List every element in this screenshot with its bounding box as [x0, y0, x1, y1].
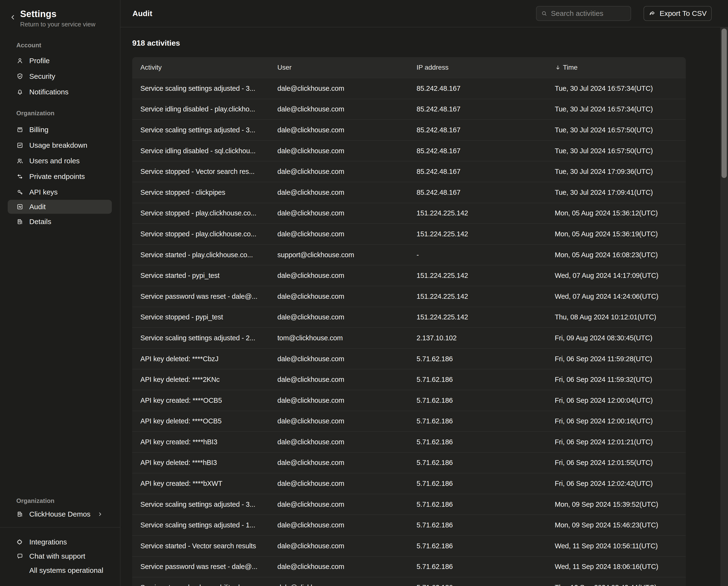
back-button[interactable]: [9, 14, 16, 21]
cell-user: dale@clickhouse.com: [270, 542, 409, 550]
column-header-ip[interactable]: IP address: [409, 64, 548, 71]
sidebar-item-private-endpoints[interactable]: Private endpoints: [0, 169, 120, 184]
cell-ip: 151.224.225.142: [409, 209, 548, 217]
cell-activity: API key created: ****OCB5: [132, 396, 270, 405]
column-header-activity[interactable]: Activity: [132, 64, 270, 71]
organization-switcher[interactable]: ClickHouse Demos: [0, 508, 120, 521]
table-row: Service started - Vector search results …: [132, 535, 686, 556]
export-csv-button[interactable]: Export To CSV: [644, 6, 712, 21]
chevron-left-icon: [9, 14, 16, 21]
integrations-link[interactable]: Integrations: [0, 535, 120, 549]
table-row: Service scaling settings adjusted - 1...…: [132, 514, 686, 535]
users-icon: [16, 157, 24, 165]
table-header-row: Activity User IP address Time: [132, 57, 686, 78]
table-row: Service password was reset - dale@... da…: [132, 556, 686, 577]
cell-activity: Service idling disabled - sql.clickhou..…: [132, 147, 270, 155]
table-row: Service idling disabled - play.clickho..…: [132, 99, 686, 120]
column-header-time[interactable]: Time: [548, 64, 686, 71]
cell-time: Tue, 30 Jul 2024 16:57:50(UTC): [548, 126, 686, 134]
cell-user: dale@clickhouse.com: [270, 147, 409, 155]
sidebar-header: Settings Return to your service view: [0, 0, 120, 28]
audit-table: Activity User IP address Time: [132, 57, 686, 586]
cell-time: Tue, 30 Jul 2024 16:57:34(UTC): [548, 84, 686, 93]
cell-time: Fri, 09 Aug 2024 08:30:45(UTC): [548, 334, 686, 342]
cell-time: Thu, 08 Aug 2024 10:12:01(UTC): [548, 313, 686, 321]
return-to-service-link[interactable]: Return to your service view: [20, 21, 96, 28]
scrollbar-track[interactable]: [720, 27, 728, 586]
cell-activity: API key deleted: ****hBI3: [132, 459, 270, 467]
cell-ip: 5.71.62.186: [409, 438, 548, 446]
building-icon: [16, 218, 24, 225]
cell-time: Mon, 05 Aug 2024 16:08:23(UTC): [548, 251, 686, 259]
cell-user: dale@clickhouse.com: [270, 500, 409, 508]
cell-user: dale@clickhouse.com: [270, 84, 409, 93]
cell-time: Fri, 06 Sep 2024 12:00:16(UTC): [548, 417, 686, 425]
cell-user: dale@clickhouse.com: [270, 313, 409, 321]
chat-with-support-link[interactable]: Chat with support: [0, 549, 120, 563]
sidebar-item-audit[interactable]: Audit: [8, 200, 112, 214]
table-row: Service started - pypi_test dale@clickho…: [132, 265, 686, 286]
search-input[interactable]: [551, 9, 626, 18]
table-row: Service scaling settings adjusted - 3...…: [132, 78, 686, 99]
sidebar-item-label: Details: [29, 218, 51, 226]
column-header-user[interactable]: User: [270, 64, 409, 71]
table-row: Service stopped - observability-demo dal…: [132, 577, 686, 586]
cell-ip: 5.71.62.186: [409, 542, 548, 550]
sidebar-item-users-and-roles[interactable]: Users and roles: [0, 153, 120, 169]
cell-time: Fri, 06 Sep 2024 11:59:28(UTC): [548, 355, 686, 363]
cell-user: dale@clickhouse.com: [270, 563, 409, 571]
cell-ip: 5.71.62.186: [409, 584, 548, 586]
sidebar-item-label: Notifications: [29, 88, 69, 96]
sidebar: Settings Return to your service view Acc…: [0, 0, 121, 586]
sidebar-item-billing[interactable]: Billing: [0, 122, 120, 137]
sidebar-item-profile[interactable]: Profile: [0, 53, 120, 69]
cell-user: dale@clickhouse.com: [270, 521, 409, 529]
cell-time: Mon, 05 Aug 2024 15:36:19(UTC): [548, 230, 686, 238]
cell-time: Tue, 30 Jul 2024 16:57:34(UTC): [548, 105, 686, 113]
export-csv-label: Export To CSV: [659, 9, 707, 18]
sidebar-item-security[interactable]: Security: [0, 69, 120, 84]
table-row: API key created: ****bXWT dale@clickhous…: [132, 473, 686, 494]
cell-ip: 5.71.62.186: [409, 417, 548, 425]
sidebar-item-api-keys[interactable]: API keys: [0, 184, 120, 200]
cell-time: Wed, 11 Sep 2024 10:56:11(UTC): [548, 542, 686, 550]
sidebar-item-details[interactable]: Details: [0, 214, 120, 229]
cell-user: dale@clickhouse.com: [270, 375, 409, 384]
cell-time: Mon, 09 Sep 2024 15:39:52(UTC): [548, 500, 686, 508]
cell-time: Fri, 06 Sep 2024 11:59:32(UTC): [548, 375, 686, 384]
cell-activity: Service started - Vector search results: [132, 542, 270, 550]
system-status-link[interactable]: All systems operational: [0, 563, 120, 577]
cell-activity: Service started - play.clickhouse.co...: [132, 251, 270, 259]
cell-activity: Service idling disabled - play.clickho..…: [132, 105, 270, 113]
cell-user: dale@clickhouse.com: [270, 126, 409, 134]
organization-name: ClickHouse Demos: [29, 510, 90, 518]
cell-activity: Service started - pypi_test: [132, 272, 270, 279]
cell-user: dale@clickhouse.com: [270, 355, 409, 363]
search-box[interactable]: [536, 6, 631, 21]
main-header: Audit Export To CSV: [121, 0, 728, 27]
table-body: Service scaling settings adjusted - 3...…: [132, 78, 686, 586]
sidebar-title-block: Settings Return to your service view: [20, 9, 96, 28]
scrollbar-thumb[interactable]: [722, 29, 727, 178]
swap-arrows-icon: [16, 173, 24, 180]
cell-activity: Service stopped - Vector search res...: [132, 168, 270, 175]
cell-time: Fri, 06 Sep 2024 12:01:21(UTC): [548, 438, 686, 446]
table-row: Service stopped - play.clickhouse.co... …: [132, 203, 686, 224]
main-title: Audit: [132, 9, 152, 18]
sidebar-item-notifications[interactable]: Notifications: [0, 84, 120, 100]
cell-ip: 85.242.48.167: [409, 189, 548, 196]
shield-check-icon: [16, 73, 24, 80]
cell-ip: 5.71.62.186: [409, 396, 548, 405]
cell-time: Thu, 12 Sep 2024 08:42:44(UTC): [548, 584, 686, 586]
cell-ip: 5.71.62.186: [409, 355, 548, 363]
section-label-organization-footer: Organization: [16, 497, 120, 505]
cell-time: Mon, 05 Aug 2024 15:36:12(UTC): [548, 209, 686, 217]
cell-activity: API key created: ****hBI3: [132, 438, 270, 446]
table-row: Service scaling settings adjusted - 2...…: [132, 327, 686, 348]
sidebar-item-label: Users and roles: [29, 157, 80, 165]
cell-ip: 151.224.225.142: [409, 272, 548, 279]
cell-user: dale@clickhouse.com: [270, 272, 409, 279]
cell-activity: Service scaling settings adjusted - 3...: [132, 84, 270, 93]
table-row: API key deleted: ****hBI3 dale@clickhous…: [132, 452, 686, 473]
sidebar-item-usage-breakdown[interactable]: Usage breakdown: [0, 137, 120, 153]
